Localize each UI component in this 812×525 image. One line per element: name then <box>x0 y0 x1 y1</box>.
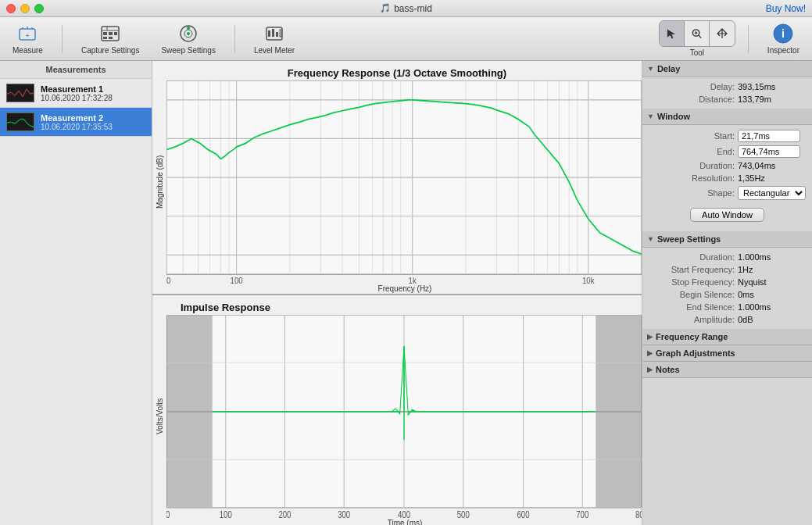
graph-adjustments-section-header[interactable]: ▶ Graph Adjustments <box>642 345 812 362</box>
stop-freq-row: Stop Frequency: Nyquist <box>642 276 812 288</box>
svg-point-15 <box>187 32 190 35</box>
sweep-duration-row: Duration: 1.000ms <box>642 251 812 263</box>
capture-settings-toolbar-item[interactable]: Capture Settings <box>75 20 146 58</box>
frequency-response-chart: Frequency Response (1/3 Octave Smoothing… <box>152 61 642 295</box>
tool-label: Tool <box>690 48 704 57</box>
level-meter-label: Level Meter <box>254 46 295 55</box>
svg-rect-9 <box>109 32 113 35</box>
sweep-settings-toolbar-item[interactable]: Sweep Settings <box>155 20 222 58</box>
svg-text:1k: 1k <box>409 277 417 284</box>
level-meter-icon <box>263 23 285 45</box>
svg-text:+: + <box>26 32 30 39</box>
freq-chart-svg-area[interactable]: -20 -30 -40 -50 -60 40 100 1k 10k <box>166 80 642 284</box>
measure-label: Measure <box>13 46 43 55</box>
distance-row: Distance: 133,79m <box>642 93 812 105</box>
svg-text:600: 600 <box>517 509 530 518</box>
svg-rect-12 <box>109 37 113 39</box>
frequency-range-title: Frequency Range <box>656 332 728 341</box>
end-silence-value: 1.000ms <box>738 302 771 312</box>
close-button[interactable] <box>6 4 16 13</box>
sidebar: Measurements Measurement 1 10.06.2020 17… <box>0 61 152 525</box>
separator-2 <box>234 25 235 53</box>
tool-group <box>659 20 735 47</box>
window-shape-select[interactable]: Rectangular Hann Hamming <box>738 186 806 200</box>
stop-freq-value: Nyquist <box>738 277 767 287</box>
level-meter-toolbar-item[interactable]: Level Meter <box>248 20 301 58</box>
measurement-name-2: Measurement 2 <box>41 113 113 123</box>
document-icon: 🎵 <box>380 3 391 13</box>
sweep-settings-label: Sweep Settings <box>161 46 216 55</box>
maximize-button[interactable] <box>34 4 44 13</box>
svg-text:500: 500 <box>457 509 470 518</box>
window-shape-label: Shape: <box>649 188 735 198</box>
window-end-label: End: <box>649 147 735 156</box>
graph-adjustments-title: Graph Adjustments <box>656 348 735 358</box>
zoom-tool-button[interactable] <box>685 21 710 46</box>
start-freq-label: Start Frequency: <box>649 265 735 274</box>
delay-section-header[interactable]: ▼ Delay <box>642 61 812 77</box>
inspector-icon: i <box>772 23 794 45</box>
window-start-input[interactable] <box>738 130 800 142</box>
capture-settings-icon <box>99 23 121 45</box>
frequency-range-section-header[interactable]: ▶ Frequency Range <box>642 329 812 345</box>
titlebar: 🎵 bass-mid Buy Now! <box>0 0 812 17</box>
svg-text:700: 700 <box>576 509 588 518</box>
pan-tool-button[interactable] <box>710 21 735 46</box>
measurement-item-1[interactable]: Measurement 1 10.06.2020 17:32:28 <box>0 79 152 108</box>
svg-text:100: 100 <box>231 277 243 284</box>
measurement-item-2[interactable]: Measurement 2 10.06.2020 17:35:53 <box>0 108 152 137</box>
svg-rect-10 <box>114 32 117 35</box>
svg-text:300: 300 <box>338 509 350 518</box>
measure-toolbar-item[interactable]: + Measure <box>6 20 49 58</box>
capture-settings-label: Capture Settings <box>81 46 140 55</box>
measurement-thumb-1 <box>6 84 34 102</box>
sweep-settings-section-header[interactable]: ▼ Sweep Settings <box>642 231 812 248</box>
window-duration-row: Duration: 743,04ms <box>642 159 812 172</box>
sweep-arrow: ▼ <box>647 235 654 243</box>
window-title: 🎵 bass-mid <box>380 3 432 14</box>
traffic-lights <box>6 4 44 13</box>
svg-text:40: 40 <box>166 277 171 284</box>
svg-rect-19 <box>272 29 274 37</box>
window-resolution-value: 1,35Hz <box>738 173 765 183</box>
begin-silence-row: Begin Silence: 0ms <box>642 288 812 301</box>
sweep-settings-icon <box>177 23 199 45</box>
sweep-duration-value: 1.000ms <box>738 252 771 262</box>
notes-section-header[interactable]: ▶ Notes <box>642 362 812 378</box>
svg-text:10k: 10k <box>582 277 595 284</box>
notes-title: Notes <box>656 365 680 374</box>
measurement-name-1: Measurement 1 <box>41 84 113 94</box>
impulse-y-label: Volts/Volts <box>152 315 166 518</box>
svg-line-23 <box>699 35 701 38</box>
window-resolution-row: Resolution: 1,35Hz <box>642 172 812 184</box>
notes-arrow: ▶ <box>647 366 653 373</box>
delay-label: Delay: <box>649 82 735 91</box>
svg-rect-21 <box>280 30 281 37</box>
buy-now-button[interactable]: Buy Now! <box>766 3 806 14</box>
charts-area: Frequency Response (1/3 Octave Smoothing… <box>152 61 642 525</box>
impulse-chart-svg-area[interactable]: 0.10 0.00 -0.10 -0 100 200 300 400 500 6… <box>166 315 642 518</box>
window-end-input[interactable] <box>738 145 800 158</box>
inspector-toolbar-item[interactable]: i Inspector <box>761 20 806 58</box>
measurement-date-1: 10.06.2020 17:32:28 <box>41 94 113 102</box>
svg-text:-0: -0 <box>166 509 170 518</box>
window-arrow: ▼ <box>647 112 654 120</box>
start-freq-value: 1Hz <box>738 265 753 274</box>
svg-rect-18 <box>268 30 270 37</box>
window-section-header[interactable]: ▼ Window <box>642 109 812 125</box>
impulse-response-chart: Impulse Response Volts/Volts <box>152 295 642 525</box>
stop-freq-label: Stop Frequency: <box>649 277 735 287</box>
measurement-info-1: Measurement 1 10.06.2020 17:32:28 <box>41 84 113 102</box>
separator-1 <box>62 25 63 53</box>
right-panel: ▼ Delay Delay: 393,15ms Distance: 133,79… <box>642 61 812 525</box>
inspector-label: Inspector <box>767 46 799 55</box>
impulse-chart-title: Impulse Response <box>181 302 642 313</box>
minimize-button[interactable] <box>20 4 30 13</box>
distance-value: 133,79m <box>738 95 771 104</box>
cursor-tool-button[interactable] <box>660 21 685 46</box>
end-silence-row: End Silence: 1.000ms <box>642 301 812 313</box>
auto-window-button[interactable]: Auto Window <box>690 208 764 222</box>
freq-chart-title: Frequency Response (1/3 Octave Smoothing… <box>152 67 642 79</box>
svg-rect-20 <box>276 32 278 37</box>
freq-range-arrow: ▶ <box>647 333 653 341</box>
